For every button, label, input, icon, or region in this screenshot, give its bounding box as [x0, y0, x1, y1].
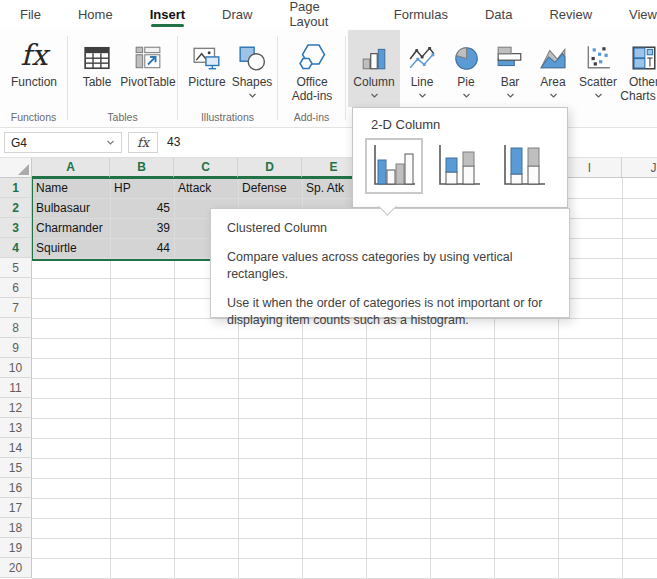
chevron-down-icon: [248, 93, 257, 99]
tab-page-layout[interactable]: Page Layout: [289, 0, 356, 28]
scatter-chart-button[interactable]: Scatter: [574, 30, 622, 99]
stacked-column-option[interactable]: [430, 138, 488, 194]
select-all-triangle-icon: [18, 164, 29, 175]
table-icon: [83, 30, 111, 72]
shapes-icon: [238, 30, 266, 72]
row-header-18[interactable]: 18: [0, 518, 32, 538]
fx-icon: fx: [20, 38, 47, 72]
tab-data[interactable]: Data: [485, 0, 512, 28]
pivottable-icon: [134, 30, 162, 72]
gridline: [32, 378, 657, 379]
other-charts-icon: [630, 30, 657, 72]
row-header-5[interactable]: 5: [0, 258, 32, 278]
row-header-20[interactable]: 20: [0, 558, 32, 578]
pie-chart-button[interactable]: Pie: [444, 30, 488, 99]
row-header-8[interactable]: 8: [0, 318, 32, 338]
function-button[interactable]: fx Function: [8, 30, 60, 89]
tab-file[interactable]: File: [20, 0, 41, 28]
row-header-4[interactable]: 4: [0, 238, 32, 258]
group-label-functions: Functions: [0, 111, 67, 123]
group-label-addins: Add-ins: [278, 111, 345, 123]
tab-insert[interactable]: Insert: [150, 0, 185, 28]
tab-view[interactable]: View: [629, 0, 657, 28]
row-header-10[interactable]: 10: [0, 358, 32, 378]
column-header-J[interactable]: J: [622, 158, 657, 178]
tooltip-line1: Compare values across categories by usin…: [227, 249, 553, 283]
ribbon-group-tables: Table PivotTable Tables: [68, 28, 177, 127]
stacked-column-icon: [435, 143, 483, 189]
gridline: [32, 458, 657, 459]
chevron-down-icon: [370, 93, 379, 99]
row-header-19[interactable]: 19: [0, 538, 32, 558]
bar-chart-icon: [496, 30, 524, 72]
insert-function-button[interactable]: fx: [128, 132, 158, 153]
column-chart-dropdown: 2-D Column: [352, 107, 568, 208]
column-chart-button[interactable]: Column: [348, 30, 400, 107]
chevron-down-icon: [462, 93, 471, 99]
ribbon-tab-bar: File Home Insert Draw Page Layout Formul…: [0, 0, 657, 28]
stacked-100-column-icon: [500, 143, 548, 189]
chevron-down-icon: [506, 93, 515, 99]
chevron-down-icon: [549, 93, 558, 99]
name-box[interactable]: G4: [4, 132, 122, 153]
gridline: [32, 358, 657, 359]
column-header-D[interactable]: D: [238, 158, 302, 178]
stacked-100-column-option[interactable]: [495, 138, 553, 194]
row-header-1[interactable]: 1: [0, 178, 32, 198]
row-header-11[interactable]: 11: [0, 378, 32, 398]
pivottable-button[interactable]: PivotTable: [120, 30, 176, 89]
column-header-A[interactable]: A: [32, 158, 110, 178]
column-header-C[interactable]: C: [174, 158, 238, 178]
row-header-17[interactable]: 17: [0, 498, 32, 518]
tooltip-title: Clustered Column: [227, 220, 553, 237]
row-header-2[interactable]: 2: [0, 198, 32, 218]
clustered-column-icon: [370, 143, 418, 189]
office-addins-button[interactable]: Office Add-ins: [282, 30, 342, 103]
ribbon-group-illustrations: Picture Shapes Illustrations: [178, 28, 277, 127]
tooltip-line2: Use it when the order of categories is n…: [227, 295, 553, 329]
gridline: [32, 418, 657, 419]
area-chart-icon: [539, 30, 567, 72]
row-header-13[interactable]: 13: [0, 418, 32, 438]
line-chart-icon: [408, 30, 436, 72]
gridline: [32, 398, 657, 399]
line-chart-button[interactable]: Line: [400, 30, 444, 99]
row-header-9[interactable]: 9: [0, 338, 32, 358]
formula-input[interactable]: 43: [167, 132, 180, 153]
tab-home[interactable]: Home: [78, 0, 113, 28]
dropdown-section-title: 2-D Column: [371, 117, 567, 132]
table-button[interactable]: Table: [74, 30, 120, 89]
group-label-illustrations: Illustrations: [178, 111, 277, 123]
tab-formulas[interactable]: Formulas: [394, 0, 448, 28]
row-header-6[interactable]: 6: [0, 278, 32, 298]
chevron-down-icon: [106, 140, 115, 146]
picture-button[interactable]: Picture: [184, 30, 230, 89]
gridline: [32, 538, 657, 539]
row-header-16[interactable]: 16: [0, 478, 32, 498]
tab-review[interactable]: Review: [549, 0, 592, 28]
clustered-column-option[interactable]: [365, 138, 423, 194]
excel-window: File Home Insert Draw Page Layout Formul…: [0, 0, 657, 579]
gridline: [32, 338, 657, 339]
bar-chart-button[interactable]: Bar: [488, 30, 532, 99]
column-chart-icon: [360, 30, 388, 72]
column-header-B[interactable]: B: [110, 158, 174, 178]
ribbon-group-addins: Office Add-ins Add-ins: [278, 28, 345, 127]
clustered-column-tooltip: Clustered Column Compare values across c…: [210, 208, 570, 318]
row-header-12[interactable]: 12: [0, 398, 32, 418]
gridline: [32, 558, 657, 559]
scatter-chart-icon: [584, 30, 612, 72]
row-header-15[interactable]: 15: [0, 458, 32, 478]
chevron-down-icon: [418, 93, 427, 99]
pie-chart-icon: [452, 30, 480, 72]
picture-icon: [192, 30, 222, 72]
select-all-button[interactable]: [0, 158, 32, 178]
area-chart-button[interactable]: Area: [532, 30, 574, 99]
row-header-14[interactable]: 14: [0, 438, 32, 458]
tab-draw[interactable]: Draw: [222, 0, 252, 28]
gridline: [32, 478, 657, 479]
shapes-button[interactable]: Shapes: [230, 30, 274, 99]
row-header-7[interactable]: 7: [0, 298, 32, 318]
row-header-3[interactable]: 3: [0, 218, 32, 238]
other-charts-button[interactable]: Other Charts: [622, 30, 657, 103]
